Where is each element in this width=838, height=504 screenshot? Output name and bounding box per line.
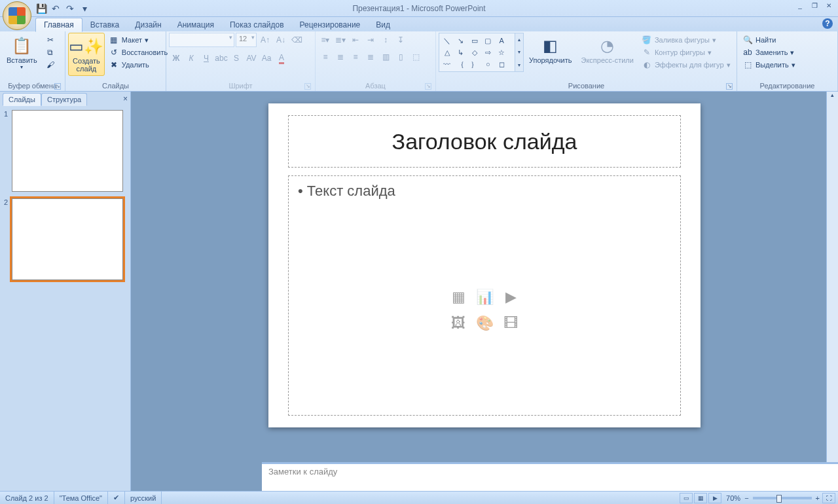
shape-diamond-icon[interactable]: ◇ xyxy=(468,47,481,58)
font-family-dropdown[interactable] xyxy=(169,33,234,47)
shape-brace2-icon[interactable]: ｝ xyxy=(468,58,481,70)
font-color-button[interactable]: A xyxy=(274,51,289,65)
slide-thumbnail-2[interactable] xyxy=(12,198,123,280)
strikethrough-button[interactable]: abc xyxy=(214,51,228,65)
tab-home[interactable]: Главная xyxy=(35,18,82,32)
reset-button[interactable]: ↺Восстановить xyxy=(106,46,170,58)
format-painter-button[interactable]: 🖌 xyxy=(43,59,58,71)
status-language[interactable]: русский xyxy=(125,492,162,504)
line-spacing-button[interactable]: ↕ xyxy=(378,33,393,47)
tab-design[interactable]: Дизайн xyxy=(127,18,169,31)
quick-styles-button[interactable]: ◔ Экспресс-стили xyxy=(577,33,637,67)
maximize-button[interactable]: ❐ xyxy=(808,2,821,11)
qat-save[interactable]: 💾 xyxy=(35,3,47,14)
shrink-font-button[interactable]: A↓ xyxy=(274,33,288,47)
pane-tab-outline[interactable]: Структура xyxy=(41,93,87,106)
qat-customize[interactable]: ▾ xyxy=(79,3,90,14)
slide-canvas[interactable]: Заголовок слайда Текст слайда ▦ 📊 ▶ 🖼 🎨 … xyxy=(268,103,701,427)
shape-fill-button[interactable]: 🪣Заливка фигуры ▾ xyxy=(639,34,733,46)
zoom-in-button[interactable]: + xyxy=(816,494,820,502)
tab-review[interactable]: Рецензирование xyxy=(292,18,369,31)
decrease-indent-button[interactable]: ⇤ xyxy=(348,33,363,47)
shadow-button[interactable]: S xyxy=(229,51,244,65)
justify-button[interactable]: ≣ xyxy=(363,50,378,64)
change-case-button[interactable]: Aa xyxy=(259,51,274,65)
new-slide-button[interactable]: ▭✨ Создать слайд xyxy=(68,33,105,76)
shape-brace-icon[interactable]: ｛ xyxy=(454,58,467,70)
find-button[interactable]: 🔍Найти xyxy=(740,34,798,46)
insert-table-icon[interactable]: ▦ xyxy=(447,286,469,308)
zoom-slider[interactable] xyxy=(753,497,812,499)
char-spacing-button[interactable]: AV xyxy=(244,51,259,65)
zoom-out-button[interactable]: − xyxy=(744,494,748,502)
underline-button[interactable]: Ч xyxy=(199,51,213,65)
drawing-launcher[interactable]: ↘ xyxy=(726,83,733,90)
zoom-level[interactable]: 70% xyxy=(722,494,744,502)
slide-thumbnail-1[interactable] xyxy=(12,110,123,192)
fit-window-button[interactable]: ⛶ xyxy=(822,493,835,503)
normal-view-button[interactable]: ▭ xyxy=(680,493,693,503)
cut-button[interactable]: ✂ xyxy=(43,34,58,46)
body-placeholder[interactable]: Текст слайда ▦ 📊 ▶ 🖼 🎨 🎞 xyxy=(288,175,681,416)
shape-arrowr-icon[interactable]: ⇨ xyxy=(482,47,495,58)
delete-slide-button[interactable]: ✖Удалить xyxy=(106,59,170,71)
shapes-gallery[interactable]: ＼ ↘ ▭ ▢ A △ ↳ ◇ ⇨ ☆ 〰 ｛ ｝ ○ ◻ ▴▾▾ xyxy=(439,33,524,72)
office-button[interactable] xyxy=(3,1,31,30)
shape-rect-icon[interactable]: ▭ xyxy=(468,35,481,46)
vertical-scrollbar[interactable]: ▴ ▾ ≪ ≫ xyxy=(826,92,838,491)
align-text-button[interactable]: ▯ xyxy=(393,50,408,64)
bullets-button[interactable]: ≡▾ xyxy=(318,33,333,47)
select-button[interactable]: ⬚Выделить ▾ xyxy=(740,59,798,71)
copy-button[interactable]: ⧉ xyxy=(43,46,58,58)
smartart-button[interactable]: ⬚ xyxy=(409,50,423,64)
notes-pane[interactable]: Заметки к слайду xyxy=(262,462,838,491)
qat-redo[interactable]: ↷ xyxy=(64,3,76,14)
slide-editor[interactable]: Заголовок слайда Текст слайда ▦ 📊 ▶ 🖼 🎨 … xyxy=(131,92,838,491)
font-launcher[interactable]: ↘ xyxy=(304,83,311,90)
pane-tab-slides[interactable]: Слайды xyxy=(3,93,41,106)
insert-chart-icon[interactable]: 📊 xyxy=(473,286,496,308)
text-direction-button[interactable]: ↧ xyxy=(393,33,408,47)
increase-indent-button[interactable]: ⇥ xyxy=(363,33,378,47)
tab-slideshow[interactable]: Показ слайдов xyxy=(222,18,292,31)
arrange-button[interactable]: ◧ Упорядочить xyxy=(525,33,575,67)
align-left-button[interactable]: ≡ xyxy=(318,50,333,64)
insert-media-icon[interactable]: 🎞 xyxy=(500,312,522,334)
tab-view[interactable]: Вид xyxy=(368,18,398,31)
shape-rrect-icon[interactable]: ▢ xyxy=(482,35,495,46)
layout-button[interactable]: ▦Макет ▾ xyxy=(106,34,170,46)
shape-oval-icon[interactable]: ○ xyxy=(482,58,495,70)
shape-line-icon[interactable]: ＼ xyxy=(441,35,454,46)
paragraph-launcher[interactable]: ↘ xyxy=(425,83,431,90)
shape-arrow-icon[interactable]: ↘ xyxy=(454,35,467,46)
grow-font-button[interactable]: A↑ xyxy=(258,33,272,47)
replace-button[interactable]: abЗаменить ▾ xyxy=(740,46,798,58)
close-button[interactable]: ✕ xyxy=(822,2,835,11)
insert-clipart-icon[interactable]: 🎨 xyxy=(473,312,496,334)
pane-close[interactable]: × xyxy=(123,94,128,103)
help-button[interactable]: ? xyxy=(822,18,833,29)
bold-button[interactable]: Ж xyxy=(169,51,183,65)
shapes-more[interactable]: ▴▾▾ xyxy=(515,33,523,71)
shape-tri-icon[interactable]: △ xyxy=(441,47,454,58)
tab-animation[interactable]: Анимация xyxy=(170,18,222,31)
align-right-button[interactable]: ≡ xyxy=(348,50,363,64)
italic-button[interactable]: К xyxy=(184,51,198,65)
title-placeholder[interactable]: Заголовок слайда xyxy=(288,115,681,168)
shape-star-icon[interactable]: ☆ xyxy=(495,47,508,58)
shape-outline-button[interactable]: ✎Контур фигуры ▾ xyxy=(639,46,733,58)
shape-curve-icon[interactable]: 〰 xyxy=(441,58,454,70)
insert-smartart-icon[interactable]: ▶ xyxy=(500,286,522,308)
status-spellcheck[interactable]: ✔ xyxy=(108,492,125,504)
font-size-dropdown[interactable]: 12 xyxy=(236,33,257,47)
clear-formatting-button[interactable]: ⌫ xyxy=(289,33,304,47)
insert-picture-icon[interactable]: 🖼 xyxy=(447,312,469,334)
tab-insert[interactable]: Вставка xyxy=(82,18,128,31)
qat-undo[interactable]: ↶ xyxy=(50,3,62,14)
align-center-button[interactable]: ≣ xyxy=(333,50,348,64)
slideshow-view-button[interactable]: ▶ xyxy=(708,493,721,503)
sorter-view-button[interactable]: ▦ xyxy=(694,493,707,503)
numbering-button[interactable]: ≣▾ xyxy=(333,33,348,47)
columns-button[interactable]: ▥ xyxy=(378,50,393,64)
shape-textbox-icon[interactable]: A xyxy=(495,35,508,46)
